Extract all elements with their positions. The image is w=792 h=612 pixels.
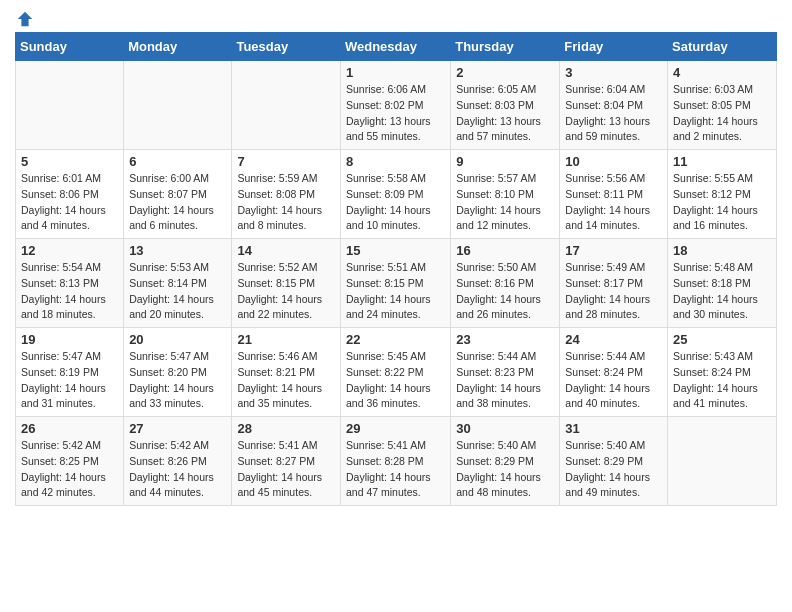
day-number: 12 bbox=[21, 243, 118, 258]
day-number: 7 bbox=[237, 154, 335, 169]
calendar-cell: 3Sunrise: 6:04 AMSunset: 8:04 PMDaylight… bbox=[560, 61, 668, 150]
calendar-cell: 2Sunrise: 6:05 AMSunset: 8:03 PMDaylight… bbox=[451, 61, 560, 150]
calendar-cell: 6Sunrise: 6:00 AMSunset: 8:07 PMDaylight… bbox=[124, 150, 232, 239]
day-number: 5 bbox=[21, 154, 118, 169]
day-info: Sunrise: 5:41 AMSunset: 8:27 PMDaylight:… bbox=[237, 438, 335, 501]
calendar-cell: 20Sunrise: 5:47 AMSunset: 8:20 PMDayligh… bbox=[124, 328, 232, 417]
day-info: Sunrise: 5:54 AMSunset: 8:13 PMDaylight:… bbox=[21, 260, 118, 323]
day-number: 27 bbox=[129, 421, 226, 436]
calendar-cell bbox=[16, 61, 124, 150]
day-info: Sunrise: 5:58 AMSunset: 8:09 PMDaylight:… bbox=[346, 171, 445, 234]
calendar-cell: 16Sunrise: 5:50 AMSunset: 8:16 PMDayligh… bbox=[451, 239, 560, 328]
day-info: Sunrise: 6:05 AMSunset: 8:03 PMDaylight:… bbox=[456, 82, 554, 145]
calendar-cell: 29Sunrise: 5:41 AMSunset: 8:28 PMDayligh… bbox=[340, 417, 450, 506]
page-header bbox=[15, 10, 777, 24]
day-number: 17 bbox=[565, 243, 662, 258]
day-number: 2 bbox=[456, 65, 554, 80]
week-row-3: 12Sunrise: 5:54 AMSunset: 8:13 PMDayligh… bbox=[16, 239, 777, 328]
day-info: Sunrise: 6:04 AMSunset: 8:04 PMDaylight:… bbox=[565, 82, 662, 145]
svg-marker-0 bbox=[18, 12, 32, 26]
calendar-cell: 14Sunrise: 5:52 AMSunset: 8:15 PMDayligh… bbox=[232, 239, 341, 328]
calendar-cell: 24Sunrise: 5:44 AMSunset: 8:24 PMDayligh… bbox=[560, 328, 668, 417]
day-info: Sunrise: 5:44 AMSunset: 8:24 PMDaylight:… bbox=[565, 349, 662, 412]
day-info: Sunrise: 5:44 AMSunset: 8:23 PMDaylight:… bbox=[456, 349, 554, 412]
header-saturday: Saturday bbox=[668, 33, 777, 61]
day-info: Sunrise: 5:45 AMSunset: 8:22 PMDaylight:… bbox=[346, 349, 445, 412]
day-info: Sunrise: 5:59 AMSunset: 8:08 PMDaylight:… bbox=[237, 171, 335, 234]
week-row-1: 1Sunrise: 6:06 AMSunset: 8:02 PMDaylight… bbox=[16, 61, 777, 150]
calendar-cell: 27Sunrise: 5:42 AMSunset: 8:26 PMDayligh… bbox=[124, 417, 232, 506]
calendar-cell: 26Sunrise: 5:42 AMSunset: 8:25 PMDayligh… bbox=[16, 417, 124, 506]
week-row-4: 19Sunrise: 5:47 AMSunset: 8:19 PMDayligh… bbox=[16, 328, 777, 417]
calendar-cell: 1Sunrise: 6:06 AMSunset: 8:02 PMDaylight… bbox=[340, 61, 450, 150]
calendar-cell: 5Sunrise: 6:01 AMSunset: 8:06 PMDaylight… bbox=[16, 150, 124, 239]
day-number: 25 bbox=[673, 332, 771, 347]
day-info: Sunrise: 5:50 AMSunset: 8:16 PMDaylight:… bbox=[456, 260, 554, 323]
calendar-cell: 8Sunrise: 5:58 AMSunset: 8:09 PMDaylight… bbox=[340, 150, 450, 239]
calendar-cell: 4Sunrise: 6:03 AMSunset: 8:05 PMDaylight… bbox=[668, 61, 777, 150]
calendar-cell: 13Sunrise: 5:53 AMSunset: 8:14 PMDayligh… bbox=[124, 239, 232, 328]
calendar-table: SundayMondayTuesdayWednesdayThursdayFrid… bbox=[15, 32, 777, 506]
week-row-5: 26Sunrise: 5:42 AMSunset: 8:25 PMDayligh… bbox=[16, 417, 777, 506]
day-number: 4 bbox=[673, 65, 771, 80]
day-number: 13 bbox=[129, 243, 226, 258]
day-info: Sunrise: 5:55 AMSunset: 8:12 PMDaylight:… bbox=[673, 171, 771, 234]
calendar-cell: 23Sunrise: 5:44 AMSunset: 8:23 PMDayligh… bbox=[451, 328, 560, 417]
day-info: Sunrise: 5:40 AMSunset: 8:29 PMDaylight:… bbox=[565, 438, 662, 501]
calendar-cell bbox=[668, 417, 777, 506]
day-number: 15 bbox=[346, 243, 445, 258]
day-number: 6 bbox=[129, 154, 226, 169]
header-friday: Friday bbox=[560, 33, 668, 61]
day-number: 24 bbox=[565, 332, 662, 347]
calendar-cell: 28Sunrise: 5:41 AMSunset: 8:27 PMDayligh… bbox=[232, 417, 341, 506]
day-info: Sunrise: 6:01 AMSunset: 8:06 PMDaylight:… bbox=[21, 171, 118, 234]
calendar-cell: 30Sunrise: 5:40 AMSunset: 8:29 PMDayligh… bbox=[451, 417, 560, 506]
calendar-cell: 31Sunrise: 5:40 AMSunset: 8:29 PMDayligh… bbox=[560, 417, 668, 506]
day-info: Sunrise: 5:52 AMSunset: 8:15 PMDaylight:… bbox=[237, 260, 335, 323]
day-number: 20 bbox=[129, 332, 226, 347]
header-sunday: Sunday bbox=[16, 33, 124, 61]
day-number: 1 bbox=[346, 65, 445, 80]
day-info: Sunrise: 6:06 AMSunset: 8:02 PMDaylight:… bbox=[346, 82, 445, 145]
day-number: 30 bbox=[456, 421, 554, 436]
day-info: Sunrise: 6:03 AMSunset: 8:05 PMDaylight:… bbox=[673, 82, 771, 145]
day-info: Sunrise: 5:53 AMSunset: 8:14 PMDaylight:… bbox=[129, 260, 226, 323]
day-number: 8 bbox=[346, 154, 445, 169]
calendar-cell: 25Sunrise: 5:43 AMSunset: 8:24 PMDayligh… bbox=[668, 328, 777, 417]
day-number: 10 bbox=[565, 154, 662, 169]
day-number: 22 bbox=[346, 332, 445, 347]
day-info: Sunrise: 5:46 AMSunset: 8:21 PMDaylight:… bbox=[237, 349, 335, 412]
day-number: 21 bbox=[237, 332, 335, 347]
day-info: Sunrise: 5:47 AMSunset: 8:19 PMDaylight:… bbox=[21, 349, 118, 412]
header-tuesday: Tuesday bbox=[232, 33, 341, 61]
day-info: Sunrise: 5:43 AMSunset: 8:24 PMDaylight:… bbox=[673, 349, 771, 412]
day-number: 3 bbox=[565, 65, 662, 80]
calendar-cell: 15Sunrise: 5:51 AMSunset: 8:15 PMDayligh… bbox=[340, 239, 450, 328]
day-number: 29 bbox=[346, 421, 445, 436]
calendar-cell: 18Sunrise: 5:48 AMSunset: 8:18 PMDayligh… bbox=[668, 239, 777, 328]
calendar-cell: 12Sunrise: 5:54 AMSunset: 8:13 PMDayligh… bbox=[16, 239, 124, 328]
day-number: 11 bbox=[673, 154, 771, 169]
calendar-cell bbox=[124, 61, 232, 150]
logo-icon bbox=[16, 10, 34, 28]
calendar-cell: 22Sunrise: 5:45 AMSunset: 8:22 PMDayligh… bbox=[340, 328, 450, 417]
day-info: Sunrise: 5:40 AMSunset: 8:29 PMDaylight:… bbox=[456, 438, 554, 501]
day-number: 19 bbox=[21, 332, 118, 347]
day-info: Sunrise: 5:47 AMSunset: 8:20 PMDaylight:… bbox=[129, 349, 226, 412]
calendar-cell: 9Sunrise: 5:57 AMSunset: 8:10 PMDaylight… bbox=[451, 150, 560, 239]
day-number: 31 bbox=[565, 421, 662, 436]
day-number: 28 bbox=[237, 421, 335, 436]
day-info: Sunrise: 6:00 AMSunset: 8:07 PMDaylight:… bbox=[129, 171, 226, 234]
calendar-cell: 21Sunrise: 5:46 AMSunset: 8:21 PMDayligh… bbox=[232, 328, 341, 417]
calendar-cell: 7Sunrise: 5:59 AMSunset: 8:08 PMDaylight… bbox=[232, 150, 341, 239]
calendar-cell: 17Sunrise: 5:49 AMSunset: 8:17 PMDayligh… bbox=[560, 239, 668, 328]
header-wednesday: Wednesday bbox=[340, 33, 450, 61]
calendar-cell: 19Sunrise: 5:47 AMSunset: 8:19 PMDayligh… bbox=[16, 328, 124, 417]
day-info: Sunrise: 5:57 AMSunset: 8:10 PMDaylight:… bbox=[456, 171, 554, 234]
header-thursday: Thursday bbox=[451, 33, 560, 61]
week-row-2: 5Sunrise: 6:01 AMSunset: 8:06 PMDaylight… bbox=[16, 150, 777, 239]
day-number: 18 bbox=[673, 243, 771, 258]
logo bbox=[15, 10, 35, 24]
day-info: Sunrise: 5:49 AMSunset: 8:17 PMDaylight:… bbox=[565, 260, 662, 323]
day-number: 14 bbox=[237, 243, 335, 258]
